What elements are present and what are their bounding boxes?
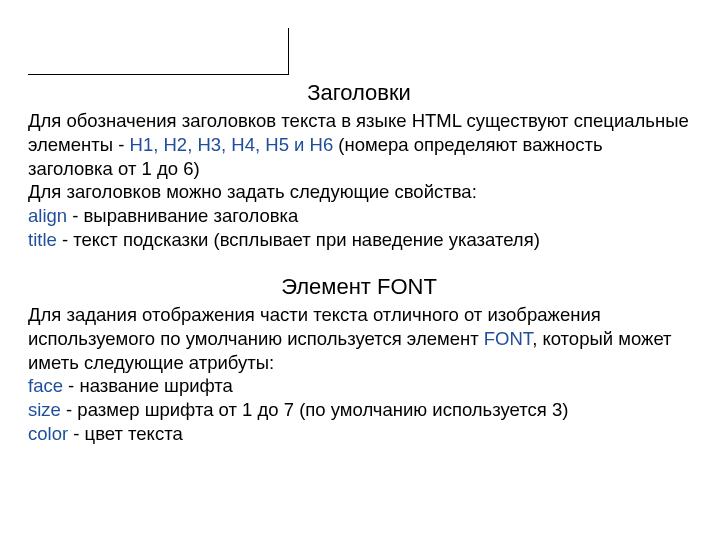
keyword-headings: H1, H2, H3, H4, H5 и H6 — [130, 134, 334, 155]
content: Заголовки Для обозначения заголовков тек… — [28, 79, 690, 445]
section2-color-line: color - цвет текста — [28, 422, 690, 446]
keyword-title: title — [28, 229, 57, 250]
text: - текст подсказки (всплывает при наведен… — [57, 229, 540, 250]
text: - название шрифта — [63, 375, 233, 396]
keyword-font: FONT — [484, 328, 532, 349]
slide: Заголовки Для обозначения заголовков тек… — [0, 0, 720, 445]
section2-size-line: size - размер шрифта от 1 до 7 (по умолч… — [28, 398, 690, 422]
keyword-size: size — [28, 399, 61, 420]
section1-para1: Для обозначения заголовков текста в язык… — [28, 109, 690, 180]
section1-heading: Заголовки — [28, 79, 690, 109]
keyword-align: align — [28, 205, 67, 226]
section2-para1: Для задания отображения части текста отл… — [28, 303, 690, 374]
text: - размер шрифта от 1 до 7 (по умолчанию … — [61, 399, 568, 420]
text: - выравнивание заголовка — [67, 205, 298, 226]
section1-align-line: align - выравнивание заголовка — [28, 204, 690, 228]
section2-face-line: face - название шрифта — [28, 374, 690, 398]
section1-para2: Для заголовков можно задать следующие св… — [28, 180, 690, 204]
section1-title-line: title - текст подсказки (всплывает при н… — [28, 228, 690, 252]
keyword-color: color — [28, 423, 68, 444]
section2-heading: Элемент FONT — [28, 251, 690, 303]
decorative-rule — [28, 28, 289, 75]
text: - цвет текста — [68, 423, 183, 444]
keyword-face: face — [28, 375, 63, 396]
